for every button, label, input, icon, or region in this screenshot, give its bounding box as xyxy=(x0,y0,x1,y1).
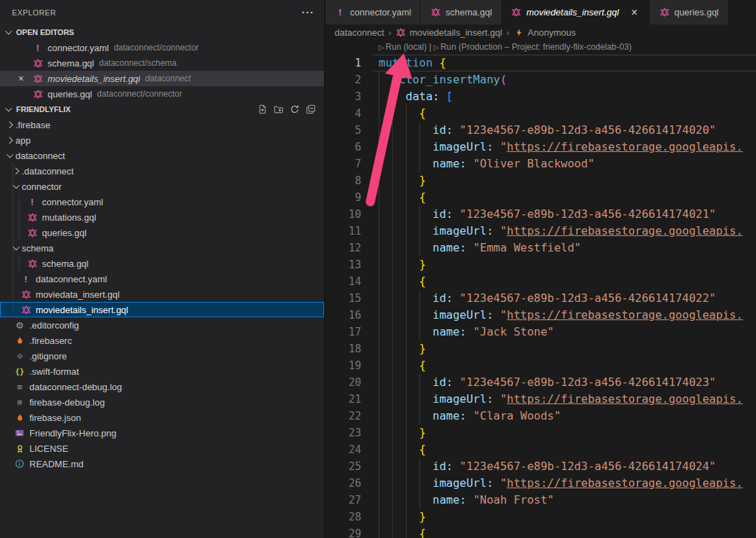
tree-item-label: .dataconnect xyxy=(22,166,74,177)
code-line-3[interactable]: 3 data: [ xyxy=(326,88,756,105)
close-tab-icon[interactable]: × xyxy=(629,7,640,18)
tree-folder-dataconnect[interactable]: dataconnect xyxy=(0,148,324,163)
tree-file-connector-yaml[interactable]: !connector.yaml xyxy=(0,194,324,209)
code-line-27[interactable]: 27 name: "Noah Frost" xyxy=(326,492,756,509)
open-editor-path: dataconnect/schema xyxy=(99,58,176,68)
graphql-file-icon xyxy=(20,289,31,300)
code-line-28[interactable]: 28 } xyxy=(326,509,756,525)
code-editor[interactable]: ▷Run (local) | ▷Run (Production – Projec… xyxy=(326,40,756,538)
breadcrumb-item-Anonymous[interactable]: Anonymous xyxy=(514,27,576,38)
open-editors-header[interactable]: OPEN EDITORS xyxy=(0,25,324,40)
tree-file-schema-gql[interactable]: schema.gql xyxy=(0,256,324,271)
explorer-more-actions-icon[interactable]: ··· xyxy=(302,9,314,16)
code-line-4[interactable]: 4 { xyxy=(326,105,756,122)
line-number: 8 xyxy=(326,172,361,189)
close-editor-icon[interactable]: × xyxy=(15,73,27,84)
breadcrumb-label: dataconnect xyxy=(335,27,384,38)
open-editor-connector-yaml[interactable]: !connector.yamldataconnect/connector xyxy=(0,40,324,55)
open-editor-schema-gql[interactable]: schema.gqldataconnect/schema xyxy=(0,55,324,71)
tree-file-firebase-debug-log[interactable]: ≡firebase-debug.log xyxy=(0,394,324,410)
tree-item-label: schema xyxy=(22,243,54,254)
code-line-5[interactable]: 5 id: "123e4567-e89b-12d3-a456-426614174… xyxy=(326,122,756,139)
tree-file-LICENSE[interactable]: LICENSE xyxy=(0,441,324,456)
code-line-29[interactable]: 29 { xyxy=(326,525,756,538)
tree-file-README-md[interactable]: README.md xyxy=(0,456,324,471)
tab-schema-gql[interactable]: schema.gql xyxy=(421,0,501,25)
tab-moviedetails_insert-gql[interactable]: moviedetails_insert.gql× xyxy=(502,0,650,25)
refresh-icon[interactable] xyxy=(290,104,300,114)
code-line-7[interactable]: 7 name: "Oliver Blackwood" xyxy=(326,156,756,172)
code-line-6[interactable]: 6 imageUrl: "https://firebasestorage.goo… xyxy=(326,139,756,156)
breadcrumb-item-moviedetails_insert-gql[interactable]: moviedetails_insert.gql xyxy=(396,27,502,38)
tree-file--firebaserc[interactable]: .firebaserc xyxy=(0,333,324,348)
tree-file--editorconfig[interactable]: ⚙.editorconfig xyxy=(0,317,324,333)
tree-folder-app[interactable]: app xyxy=(0,132,324,148)
code-line-20[interactable]: 20 id: "123e4567-e89b-12d3-a456-42661417… xyxy=(326,374,756,391)
new-folder-icon[interactable] xyxy=(274,104,284,114)
tree-file-mutations-gql[interactable]: mutations.gql xyxy=(0,209,324,225)
explorer-title: EXPLORER xyxy=(12,8,56,17)
code-line-18[interactable]: 18 } xyxy=(326,340,756,357)
tree-item-label: firebase-debug.log xyxy=(29,397,105,408)
line-number: 24 xyxy=(326,441,361,458)
log-file-icon: ≡ xyxy=(14,381,25,392)
tree-file-firebase-json[interactable]: firebase.json xyxy=(0,410,324,425)
code-line-22[interactable]: 22 name: "Clara Woods" xyxy=(326,408,756,425)
code-line-25[interactable]: 25 id: "123e4567-e89b-12d3-a456-42661417… xyxy=(326,458,756,475)
tree-file-FriendlyFlix-Hero-png[interactable]: FriendlyFlix-Hero.png xyxy=(0,425,324,441)
tree-folder-connector[interactable]: connector xyxy=(0,179,324,194)
code-line-16[interactable]: 16 imageUrl: "https://firebasestorage.go… xyxy=(326,307,756,324)
open-editor-queries-gql[interactable]: queries.gqldataconnect/connector xyxy=(0,86,324,102)
code-line-9[interactable]: 9 { xyxy=(326,189,756,206)
line-number: 5 xyxy=(326,122,361,139)
code-line-8[interactable]: 8 } xyxy=(326,172,756,189)
code-line-14[interactable]: 14 { xyxy=(326,273,756,290)
open-editor-path: dataconnect/connector xyxy=(97,89,182,99)
code-line-text: imageUrl: "https://firebasestorage.googl… xyxy=(373,475,756,492)
code-line-text: actor_insertMany( xyxy=(373,71,756,88)
code-line-13[interactable]: 13 } xyxy=(326,256,756,273)
code-line-text: data: [ xyxy=(373,88,756,105)
code-line-10[interactable]: 10 id: "123e4567-e89b-12d3-a456-42661417… xyxy=(326,206,756,223)
code-line-15[interactable]: 15 id: "123e4567-e89b-12d3-a456-42661417… xyxy=(326,290,756,307)
tree-file-queries-gql[interactable]: queries.gql xyxy=(0,225,324,240)
tree-file--gitignore[interactable]: .gitignore xyxy=(0,348,324,364)
open-editor-moviedetails_insert-gql[interactable]: ×moviedetails_insert.gqldataconnect xyxy=(0,71,324,86)
tree-folder--dataconnect[interactable]: .dataconnect xyxy=(0,163,324,179)
code-line-26[interactable]: 26 imageUrl: "https://firebasestorage.go… xyxy=(326,475,756,492)
run-local-link[interactable]: ▷Run (local) xyxy=(379,42,427,52)
run-production-link[interactable]: ▷Run (Production – Project: friendly-fli… xyxy=(434,42,632,52)
code-line-11[interactable]: 11 imageUrl: "https://firebasestorage.go… xyxy=(326,223,756,240)
breadcrumb: dataconnect›moviedetails_insert.gql›Anon… xyxy=(326,25,756,40)
tree-file-dataconnect-debug-log[interactable]: ≡dataconnect-debug.log xyxy=(0,379,324,394)
code-line-1[interactable]: 1mutation { xyxy=(326,55,756,71)
new-file-icon[interactable] xyxy=(258,104,267,114)
breadcrumb-label: moviedetails_insert.gql xyxy=(410,27,502,38)
code-line-2[interactable]: 2 actor_insertMany( xyxy=(326,71,756,88)
tree-folder--firebase[interactable]: .firebase xyxy=(0,117,324,132)
breadcrumb-separator-icon: › xyxy=(388,27,391,38)
code-line-12[interactable]: 12 name: "Emma Westfield" xyxy=(326,240,756,256)
graphql-file-icon xyxy=(511,7,522,18)
code-line-text: id: "123e4567-e89b-12d3-a456-42661417402… xyxy=(373,458,756,475)
project-section-header[interactable]: FRIENDLYFLIX xyxy=(0,102,324,117)
tab-connector-yaml[interactable]: !connector.yaml xyxy=(326,0,421,25)
tree-file-moviedata_insert-gql[interactable]: moviedata_insert.gql xyxy=(0,287,324,302)
breadcrumb-item-dataconnect[interactable]: dataconnect xyxy=(335,27,384,38)
code-line-text: id: "123e4567-e89b-12d3-a456-42661417402… xyxy=(373,122,756,139)
code-line-23[interactable]: 23 } xyxy=(326,425,756,441)
explorer-title-bar: EXPLORER ··· xyxy=(0,0,324,25)
open-editor-label: moviedetails_insert.gql xyxy=(48,74,140,84)
collapse-all-icon[interactable] xyxy=(306,104,316,114)
chevron-down-icon xyxy=(3,104,14,115)
code-line-17[interactable]: 17 name: "Jack Stone" xyxy=(326,324,756,340)
code-line-21[interactable]: 21 imageUrl: "https://firebasestorage.go… xyxy=(326,391,756,408)
tree-file--swift-format[interactable]: {}.swift-format xyxy=(0,364,324,379)
tab-queries-gql[interactable]: queries.gql xyxy=(650,0,729,25)
tree-folder-schema[interactable]: schema xyxy=(0,240,324,256)
code-line-19[interactable]: 19 { xyxy=(326,357,756,374)
tree-file-dataconnect-yaml[interactable]: !dataconnect.yaml xyxy=(0,271,324,287)
line-number: 18 xyxy=(326,340,361,357)
tree-file-moviedetails_insert-gql[interactable]: moviedetails_insert.gql xyxy=(0,302,324,317)
code-line-24[interactable]: 24 { xyxy=(326,441,756,458)
